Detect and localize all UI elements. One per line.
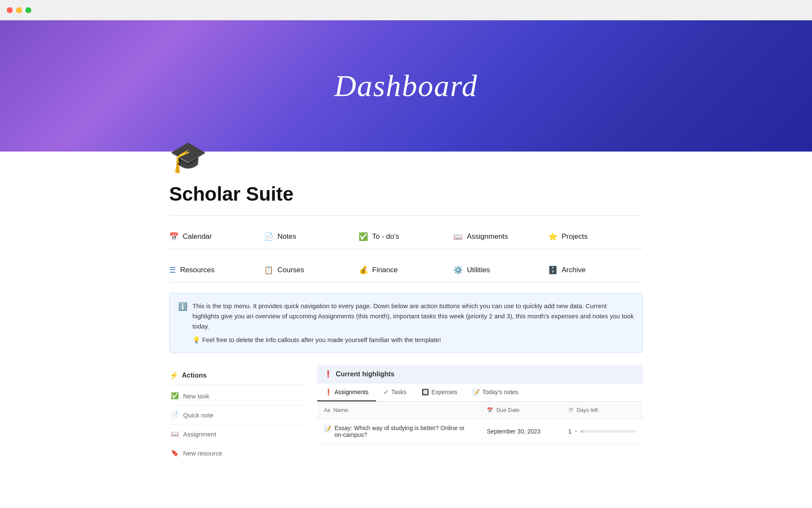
finance-icon: 💰 [359,265,368,275]
courses-icon: 📋 [264,265,273,275]
row-days-value: 1 [568,428,572,435]
divider-2 [169,249,643,249]
nav-item-assignments[interactable]: 📖 Assignments [453,224,548,249]
th-name: Aa Name [317,402,480,419]
row-due-cell: September 30, 2023 [480,419,562,444]
info-callout: ℹ️ This is the top menu. It provides qui… [169,293,643,353]
divider-1 [169,215,643,216]
actions-header: ⚡ Actions [169,365,304,385]
highlights-title: Current highlights [336,370,395,378]
nav-label-courses: Courses [277,266,304,274]
nav-label-resources: Resources [180,266,214,274]
action-quick-note[interactable]: 📄 Quick note [169,406,304,425]
maximize-button[interactable] [25,7,31,13]
tab-todays-notes[interactable]: 📝 Today's notes [465,384,526,401]
row-name-text: Essay: Which way of studying is better? … [335,425,473,438]
action-new-task[interactable]: ✅ New task [169,387,304,406]
nav-item-calendar[interactable]: 📅 Calendar [169,224,264,249]
tab-assignments-label: Assignments [335,389,368,395]
highlights-header: ❗ Current highlights [317,365,643,384]
assignment-icon: 📖 [171,430,179,438]
days-progress-fill [580,430,583,433]
main-two-col: ⚡ Actions ✅ New task 📄 Quick note 📖 Assi… [169,365,643,508]
nav-row-2: ☰ Resources 📋 Courses 💰 Finance ⚙️ Utili… [169,258,643,282]
graduation-cap-icon: 🎓 [169,140,207,174]
th-days: ⏱ Days left [562,402,643,419]
actions-title: Actions [182,372,207,379]
row-name-cell: 📝 Essay: Which way of studying is better… [317,419,480,444]
nav-label-projects: Projects [562,232,587,241]
row-name-icon: 📝 [324,425,331,432]
divider-3 [169,282,643,283]
action-new-task-label: New task [183,392,209,400]
tab-assignments-icon: ❗ [325,389,332,395]
nav-label-finance: Finance [372,266,398,274]
nav-label-calendar: Calendar [183,232,212,241]
bookmark-icon: 🔖 [171,449,179,457]
tab-todays-notes-label: Today's notes [482,389,518,395]
days-progress-bar [580,430,636,433]
table-row: 📝 Essay: Which way of studying is better… [317,419,643,444]
tab-expenses[interactable]: 🔲 Expenses [414,384,465,401]
tab-tasks[interactable]: ✓ Tasks [376,384,414,401]
nav-item-courses[interactable]: 📋 Courses [264,258,359,282]
page-title: Scholar Suite [169,182,643,205]
assignments-nav-icon: 📖 [453,232,463,241]
th-days-icon: ⏱ [568,407,573,413]
callout-sub-text: 💡 Feel free to delete the info callouts … [192,335,634,345]
todos-icon: ✅ [359,232,368,241]
exclamation-icon: ❗ [324,370,332,378]
th-due: 📅 Due Date [480,402,562,419]
nav-item-finance[interactable]: 💰 Finance [359,258,453,282]
action-new-resource-label: New resource [183,450,222,457]
action-assignment-label: Assignment [183,431,216,438]
note-icon: 📄 [171,411,179,419]
th-name-icon: Aa [324,407,330,413]
th-days-label: Days left [576,407,598,413]
nav-item-archive[interactable]: 🗄️ Archive [548,258,643,282]
callout-main-text: This is the top menu. It provides quick … [192,301,634,331]
tab-tasks-label: Tasks [391,389,406,395]
action-assignment[interactable]: 📖 Assignment [169,425,304,444]
nav-row-1: 📅 Calendar 📄 Notes ✅ To - do's 📖 Assignm… [169,224,643,249]
nav-item-utilities[interactable]: ⚙️ Utilities [453,258,548,282]
page-icon-wrapper: 🎓 [169,139,643,175]
nav-item-projects[interactable]: ⭐ Projects [548,224,643,249]
nav-label-assignments: Assignments [467,232,508,241]
archive-icon: 🗄️ [548,265,557,275]
hero-title: Dashboard [334,69,477,104]
nav-item-notes[interactable]: 📄 Notes [264,224,359,249]
row-days-cell: 1 • [562,419,643,444]
resources-icon: ☰ [169,265,176,275]
nav-label-archive: Archive [562,266,586,274]
calendar-icon: 📅 [169,232,178,241]
th-due-label: Due Date [497,407,520,413]
assignments-table: Aa Name 📅 Due Date ⏱ Days left [317,402,643,444]
row-days-bullet: • [575,428,577,435]
nav-label-todos: To - do's [372,232,399,241]
nav-item-resources[interactable]: ☰ Resources [169,258,264,282]
action-new-resource[interactable]: 🔖 New resource [169,444,304,463]
nav-label-utilities: Utilities [467,266,490,274]
tab-expenses-label: Expenses [431,389,457,395]
minimize-button[interactable] [16,7,22,13]
projects-icon: ⭐ [548,232,557,241]
callout-content: This is the top menu. It provides quick … [192,301,634,345]
actions-panel: ⚡ Actions ✅ New task 📄 Quick note 📖 Assi… [169,365,304,508]
highlights-tabs: ❗ Assignments ✓ Tasks 🔲 Expenses 📝 Today… [317,384,643,402]
action-quick-note-label: Quick note [183,411,214,419]
notes-icon: 📄 [264,232,273,241]
titlebar [0,0,812,20]
tab-assignments[interactable]: ❗ Assignments [317,384,376,401]
tab-tasks-icon: ✓ [384,389,389,395]
th-name-label: Name [333,407,348,413]
utilities-icon: ⚙️ [453,265,463,275]
highlights-panel: ❗ Current highlights ❗ Assignments ✓ Tas… [317,365,643,508]
nav-item-todos[interactable]: ✅ To - do's [359,224,453,249]
info-icon: ℹ️ [178,302,187,311]
th-due-icon: 📅 [487,407,493,413]
hero-banner: Dashboard [0,20,812,152]
close-button[interactable] [7,7,13,13]
lightning-icon: ⚡ [169,371,178,380]
nav-label-notes: Notes [277,232,296,241]
